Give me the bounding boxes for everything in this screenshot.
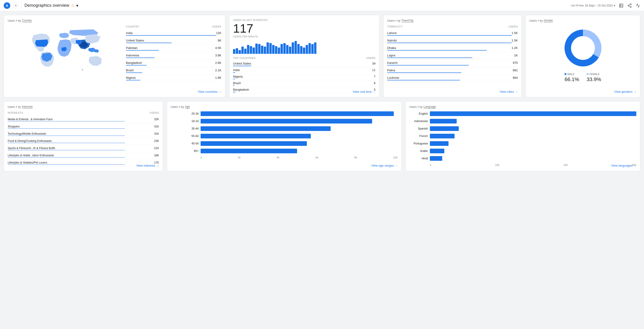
xaxis-tick: 8K — [354, 156, 357, 159]
view-interests-link[interactable]: View interests → — [136, 164, 159, 167]
view-cities-link[interactable]: View cities → — [500, 90, 518, 94]
age-bar-row: 55-64 — [171, 134, 398, 138]
country-table-header: COUNTRY USERS — [126, 25, 222, 28]
rt-bar — [297, 44, 300, 54]
svg-rect-0 — [620, 4, 623, 7]
rt-bar — [303, 48, 305, 54]
gender-card: Users ▾ by Gender MALE 66.1% — [526, 15, 640, 98]
rt-bar — [264, 46, 266, 54]
xaxis-tick: 0 — [200, 156, 202, 159]
gender-legend: MALE 66.1% FEMALE 33.9% — [529, 73, 636, 82]
table-row: United States 6K — [126, 37, 222, 45]
rt-bar — [250, 46, 252, 54]
interests-rows: Media & Entertai...& Animation Fans 32K … — [8, 116, 159, 166]
age-card: Users ▾ by Age 25-34 18-24 35-44 55-64 4… — [167, 101, 402, 171]
rt-bar — [283, 43, 286, 54]
list-item: Lifestyles & Hobbi...tdoor Enthusiasts 1… — [8, 152, 159, 159]
city-users-dropdown[interactable]: ▾ — [396, 19, 396, 22]
xaxis-tick: 6K — [316, 156, 318, 159]
list-item: Shoppers 31K — [8, 123, 159, 130]
share-icon[interactable] — [627, 3, 632, 8]
svg-point-9 — [571, 36, 595, 60]
age-bar-row: 25-34 — [171, 112, 398, 116]
rt-bar — [311, 44, 314, 54]
language-chart: English Indonesian Spanish French Portug… — [409, 112, 636, 161]
xaxis-tick: 2K — [238, 156, 241, 159]
rt-bar — [292, 42, 294, 54]
chart-icon[interactable] — [619, 3, 624, 8]
table-row: Nairobi 1.5K — [387, 37, 518, 45]
top-country-row: Brazil 6 — [233, 80, 376, 87]
table-row: Brazil 2.1K — [126, 67, 222, 74]
date-range[interactable]: Last 28 days 18 Sept – 15 Oct 2022 ▾ — [570, 4, 615, 7]
list-item: Technology/Mobile Enthusiasts 31K — [8, 130, 159, 138]
rt-bar — [278, 48, 280, 54]
top-country-row: United States 34 — [233, 61, 376, 67]
rt-bar — [233, 49, 235, 54]
age-card-header: Users ▾ by Age — [171, 105, 398, 108]
title-dropdown-arrow[interactable]: ▾ — [76, 3, 78, 8]
top-card-row: Users ▾ by Country — [4, 15, 640, 98]
gender-users-dropdown[interactable]: ▾ — [538, 19, 539, 22]
interests-card-header: Users ▾ by Interests — [8, 105, 159, 108]
users-dropdown[interactable]: ▾ — [16, 19, 17, 22]
rt-bar — [280, 44, 283, 54]
female-pct: 33.9% — [587, 76, 601, 82]
realtime-card: USERS IN LAST 30 MINUTES 117 USERS PER M… — [229, 15, 380, 98]
bottom-card-row: Users ▾ by Interests INTERESTS USERS Med… — [4, 101, 640, 171]
city-card: Users ▾ by Town/City TOWN/CITY USERS Lah… — [383, 15, 522, 98]
gender-donut — [529, 27, 636, 69]
date-dropdown-arrow[interactable]: ▾ — [614, 4, 615, 7]
city-table-header: TOWN/CITY USERS — [387, 25, 518, 28]
avatar[interactable]: A — [4, 2, 10, 9]
list-item: Media & Entertai...& Animation Fans 32K — [8, 116, 159, 123]
xaxis-tick: 10K — [495, 164, 500, 166]
world-map — [8, 25, 122, 82]
view-age-link[interactable]: View age ranges → — [372, 164, 398, 167]
rt-sub-label: USERS PER MINUTE — [233, 36, 376, 38]
language-xaxis: 010K20K30K — [409, 164, 636, 166]
rt-bar — [255, 44, 258, 54]
interests-users-dropdown[interactable]: ▾ — [16, 106, 17, 108]
table-row: Lucknow 864 — [387, 74, 518, 82]
lang-bar-row: Hindi — [409, 156, 636, 161]
xaxis-tick: 4K — [276, 156, 280, 159]
gender-female: FEMALE 33.9% — [587, 73, 601, 82]
table-row: Patna 881 — [387, 67, 518, 74]
rt-bar — [266, 42, 269, 54]
table-row: Dhaka 1.2K — [387, 45, 518, 52]
male-dot — [564, 73, 566, 75]
add-button[interactable]: + — [13, 3, 19, 8]
rt-bar — [269, 43, 272, 54]
age-bar-row: 45-54 — [171, 141, 398, 146]
view-realtime-link[interactable]: View real time → — [353, 90, 376, 94]
city-card-header: Users ▾ by Town/City — [387, 19, 518, 22]
view-countries-link[interactable]: View countries → — [198, 90, 221, 94]
svg-point-2 — [628, 5, 629, 6]
view-languages-link[interactable]: View languages → — [611, 164, 636, 167]
country-table: COUNTRY USERS India 12K United States 6K… — [126, 25, 222, 82]
country-card: Users ▾ by Country — [4, 15, 225, 98]
rt-bar — [238, 50, 241, 54]
top-countries-header: TOP COUNTRIES USERS — [233, 56, 376, 60]
lang-bar-row: Arabic — [409, 149, 636, 153]
top-country-rows: United States 34 India 11 Nigeria 7 Braz… — [233, 61, 376, 94]
age-users-dropdown[interactable]: ▾ — [179, 106, 180, 108]
donut-svg — [562, 27, 604, 69]
view-genders-link[interactable]: View genders → — [614, 90, 636, 94]
lang-bar-row: Spanish — [409, 126, 636, 131]
page-title: Demographics overview ⚠ ▾ — [24, 3, 568, 8]
rt-bar — [236, 48, 238, 54]
table-row: Lahore 1.5K — [387, 30, 518, 37]
lang-bar-row: French — [409, 134, 636, 138]
country-card-inner: COUNTRY USERS India 12K United States 6K… — [8, 25, 221, 82]
rt-bar — [258, 44, 260, 54]
rt-bar — [261, 46, 263, 54]
topbar-right: Last 28 days 18 Sept – 15 Oct 2022 ▾ — [570, 3, 640, 8]
country-card-header: Users ▾ by Country — [8, 19, 221, 22]
analytics-icon[interactable] — [636, 3, 640, 8]
lang-users-dropdown[interactable]: ▾ — [418, 106, 419, 108]
language-card-header: Users ▾ by Language — [409, 105, 636, 108]
rt-bar — [244, 49, 246, 54]
xaxis-tick: 20K — [564, 164, 568, 166]
